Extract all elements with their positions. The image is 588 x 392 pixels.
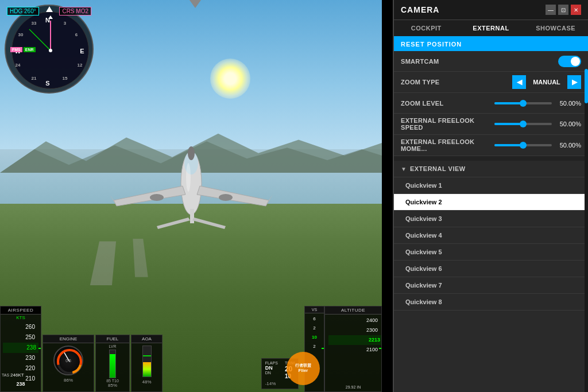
engine-percent: 86%: [43, 378, 94, 383]
svg-text:30: 30: [18, 32, 24, 37]
svg-point-22: [49, 49, 52, 52]
freelook-speed-row: EXTERNAL FREELOOK SPEED 50.00%: [394, 114, 588, 135]
hdg-label: HDG 260°: [7, 7, 39, 15]
tas-label: TAS 246KT: [2, 372, 24, 378]
tab-showcase[interactable]: SHOWCASE: [523, 20, 588, 37]
zoom-level-value: 50.00%: [555, 100, 581, 107]
zoom-type-next[interactable]: ▶: [567, 75, 581, 89]
zoom-level-thumb[interactable]: [520, 100, 527, 107]
freelook-speed-control: 50.00%: [494, 121, 581, 127]
external-view-section[interactable]: ▼ EXTERNAL VIEW: [394, 161, 588, 177]
svg-point-6: [188, 146, 195, 160]
zoom-type-value: MANUAL: [529, 79, 564, 86]
scrollbar-track: [585, 69, 588, 392]
aoa-title: AOA: [131, 335, 162, 343]
freelook-mome-track[interactable]: [494, 144, 552, 146]
freelook-mome-label: EXTERNAL FREELOOK MOME...: [401, 138, 494, 152]
fuel-bars-container: [96, 350, 129, 378]
sim-viewport: N S W E 3 6 12 15 33 30 24 21: [0, 0, 382, 392]
maximize-button[interactable]: ⊡: [558, 5, 568, 15]
svg-point-7: [186, 163, 191, 192]
freelook-speed-thumb[interactable]: [520, 121, 527, 127]
zoom-level-label: ZOOM LEVEL: [401, 100, 494, 107]
sun: [210, 59, 250, 99]
altitude-scale: 2400 2300 2213 2100: [325, 315, 381, 356]
altitude-title: ALTITUDE: [325, 306, 381, 315]
zoom-level-control: 50.00%: [494, 100, 581, 107]
camera-settings: SMARTCAM ZOOM TYPE ◀ MANUAL ▶ ZOOM LEVEL: [394, 51, 588, 392]
freelook-mome-fill: [494, 144, 523, 146]
aoa-bar: [142, 346, 152, 377]
freelook-mome-value: 50.00%: [555, 142, 581, 149]
engine-gauge: 0 5: [53, 346, 83, 375]
zoom-level-fill: [494, 102, 523, 104]
camera-tabs: COCKPIT EXTERNAL SHOWCASE: [394, 20, 588, 37]
svg-text:12: 12: [78, 63, 83, 68]
fuel-title: FUEL: [96, 335, 129, 343]
zoom-type-row: ZOOM TYPE ◀ MANUAL ▶: [394, 72, 588, 93]
heading-indicator: [189, 0, 201, 8]
fms-enr-tags: FMS ENR: [10, 47, 36, 52]
engine-title: ENGINE: [43, 335, 94, 343]
altitude-panel: ALTITUDE 2400 2300 2213 2100 29.92 IN: [324, 306, 382, 392]
freelook-speed-label: EXTERNAL FREELOOK SPEED: [401, 117, 494, 131]
svg-point-5: [219, 194, 233, 201]
smartcam-control: [558, 56, 581, 67]
zoom-type-control: ◀ MANUAL ▶: [512, 75, 581, 89]
svg-text:E: E: [80, 48, 84, 55]
fuel-panel: FUEL LVR 85 T10 85%: [95, 335, 130, 392]
smartcam-row: SMARTCAM: [394, 51, 588, 72]
crs-label: CRS MO2: [59, 7, 91, 15]
close-button[interactable]: ✕: [571, 5, 581, 15]
section-chevron-icon: ▼: [401, 166, 407, 172]
freelook-mome-control: 50.00%: [494, 142, 581, 149]
quickview-2[interactable]: Quickview 2: [394, 194, 588, 211]
camera-title: CAMERA: [401, 5, 439, 14]
aoa-panel: AOA 48%: [131, 335, 163, 392]
quickview-3[interactable]: Quickview 3: [394, 211, 588, 227]
tab-external[interactable]: EXTERNAL: [459, 20, 524, 37]
freelook-speed-track[interactable]: [494, 123, 552, 125]
window-controls: — ⊡ ✕: [546, 5, 581, 15]
svg-point-4: [150, 194, 164, 201]
airspeed-bottom: 238: [16, 381, 25, 387]
baro-setting: 29.92 IN: [346, 385, 361, 389]
zoom-type-label: ZOOM TYPE: [401, 79, 512, 86]
reset-position-button[interactable]: RESET POSITION: [394, 37, 588, 51]
airspeed-panel: AIRSPEED KTS 260 250 238 230 220 210 TAS…: [0, 306, 41, 392]
freelook-speed-value: 50.00%: [555, 121, 581, 127]
engine-panel: ENGINE 0 5 86%: [42, 335, 94, 392]
svg-text:6: 6: [75, 32, 78, 37]
smartcam-toggle[interactable]: [558, 56, 581, 67]
aoa-percent: 48%: [131, 379, 162, 385]
smartcam-toggle-knob: [571, 57, 580, 66]
smartcam-label: SMARTCAM: [401, 58, 558, 65]
zoom-level-row: ZOOM LEVEL 50.00%: [394, 93, 588, 114]
external-view-label: EXTERNAL VIEW: [410, 165, 466, 172]
fuel-values: 85 T10: [96, 379, 129, 383]
svg-text:33: 33: [32, 21, 37, 26]
fuel-lvr-label: LVR: [96, 344, 129, 348]
quickview-6[interactable]: Quickview 6: [394, 261, 588, 277]
camera-panel: CAMERA — ⊡ ✕ COCKPIT EXTERNAL SHOWCASE R…: [393, 0, 588, 392]
watermark: 行者联盟 Flier: [287, 352, 320, 385]
freelook-mome-row: EXTERNAL FREELOOK MOME... 50.00%: [394, 135, 588, 156]
tab-cockpit[interactable]: COCKPIT: [394, 20, 459, 37]
quickview-7[interactable]: Quickview 7: [394, 277, 588, 294]
freelook-speed-fill: [494, 123, 523, 125]
quickview-8[interactable]: Quickview 8: [394, 294, 588, 311]
freelook-mome-thumb[interactable]: [520, 142, 527, 149]
zoom-level-track[interactable]: [494, 102, 552, 104]
svg-text:15: 15: [63, 76, 68, 81]
airspeed-unit: KTS: [1, 315, 41, 321]
quickview-4[interactable]: Quickview 4: [394, 227, 588, 244]
svg-text:21: 21: [32, 76, 37, 81]
zoom-type-prev[interactable]: ◀: [512, 75, 526, 89]
svg-text:3: 3: [64, 21, 67, 26]
airspeed-title: AIRSPEED: [1, 306, 41, 315]
minimize-button[interactable]: —: [546, 5, 556, 15]
quickview-1[interactable]: Quickview 1: [394, 177, 588, 194]
scrollbar-thumb[interactable]: [585, 69, 588, 103]
fuel-percent: 85%: [96, 383, 129, 388]
quickview-5[interactable]: Quickview 5: [394, 244, 588, 261]
